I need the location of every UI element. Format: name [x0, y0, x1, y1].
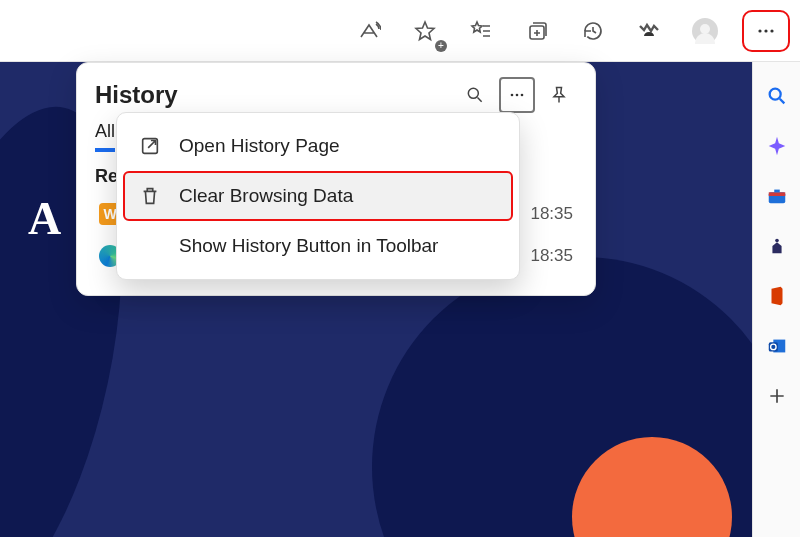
svg-point-14	[516, 94, 519, 97]
settings-more-button[interactable]	[742, 10, 790, 52]
add-favorite-icon[interactable]: +	[406, 12, 444, 50]
browser-toolbar: +	[0, 0, 800, 62]
sidebar-search-icon[interactable]	[765, 84, 789, 108]
svg-point-12	[468, 88, 478, 98]
history-item-time: 18:35	[530, 246, 573, 266]
svg-point-15	[521, 94, 524, 97]
history-search-button[interactable]	[457, 77, 493, 113]
svg-point-3	[770, 29, 773, 32]
sidebar-office-icon[interactable]	[765, 284, 789, 308]
menu-item-label: Open History Page	[179, 135, 340, 157]
collections-icon[interactable]	[518, 12, 556, 50]
performance-icon[interactable]	[630, 12, 668, 50]
menu-item-label: Show History Button in Toolbar	[179, 235, 438, 257]
menu-clear-browsing-data[interactable]: Clear Browsing Data	[123, 171, 513, 221]
menu-open-history-page[interactable]: Open History Page	[117, 121, 519, 171]
svg-point-1	[758, 29, 761, 32]
history-title: History	[95, 81, 457, 109]
svg-point-2	[764, 29, 767, 32]
background-letter: A	[28, 192, 61, 245]
plus-badge-icon: +	[435, 40, 447, 52]
menu-show-history-button[interactable]: Show History Button in Toolbar	[117, 221, 519, 271]
edge-sidebar	[752, 62, 800, 537]
read-aloud-icon[interactable]	[350, 12, 388, 50]
history-pin-button[interactable]	[541, 77, 577, 113]
favorites-list-icon[interactable]	[462, 12, 500, 50]
svg-point-4	[769, 89, 780, 100]
sidebar-copilot-icon[interactable]	[765, 134, 789, 158]
sidebar-add-icon[interactable]	[765, 384, 789, 408]
avatar-icon	[692, 18, 718, 44]
profile-avatar[interactable]	[686, 12, 724, 50]
history-more-menu: Open History Page Clear Browsing Data Sh…	[116, 112, 520, 280]
svg-point-8	[775, 239, 779, 243]
history-tab-all[interactable]: All	[95, 121, 115, 152]
history-more-button[interactable]	[499, 77, 535, 113]
sidebar-games-icon[interactable]	[765, 234, 789, 258]
svg-rect-7	[774, 190, 780, 193]
history-icon[interactable]	[574, 12, 612, 50]
sidebar-tools-icon[interactable]	[765, 184, 789, 208]
menu-item-label: Clear Browsing Data	[179, 185, 353, 207]
svg-point-13	[511, 94, 514, 97]
sidebar-outlook-icon[interactable]	[765, 334, 789, 358]
svg-rect-6	[768, 192, 785, 196]
history-item-time: 18:35	[530, 204, 573, 224]
